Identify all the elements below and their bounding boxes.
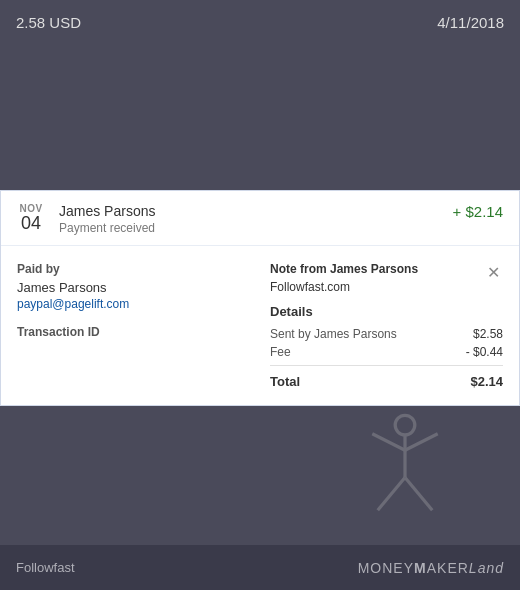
right-column: ✕ Note from James Parsons Followfast.com… <box>270 262 503 389</box>
paid-by-email: paypal@pagelift.com <box>17 297 250 311</box>
svg-point-0 <box>395 415 415 435</box>
paid-by-label: Paid by <box>17 262 250 276</box>
footer-logo: MONEYMAKERLand <box>358 560 504 576</box>
total-amount: $2.14 <box>470 374 503 389</box>
footer-brand-right: MONEYMAKERLand <box>358 560 504 576</box>
date-block: NOV 04 <box>17 203 45 234</box>
svg-line-3 <box>405 434 438 450</box>
note-website: Followfast.com <box>270 280 503 294</box>
transaction-status: Payment received <box>59 221 453 235</box>
footer-brand-left: Followfast <box>16 560 75 575</box>
fee-label: Fee <box>270 345 291 359</box>
left-column: Paid by James Parsons paypal@pagelift.co… <box>17 262 270 389</box>
fee-amount: - $0.44 <box>466 345 503 359</box>
svg-line-2 <box>372 434 405 450</box>
dark-section <box>0 45 520 190</box>
sent-label: Sent by James Parsons <box>270 327 397 341</box>
top-bar-date: 4/11/2018 <box>437 14 504 31</box>
transaction-header: NOV 04 James Parsons Payment received + … <box>1 191 519 246</box>
details-area: Paid by James Parsons paypal@pagelift.co… <box>1 246 519 389</box>
sent-amount: $2.58 <box>473 327 503 341</box>
transaction-card: NOV 04 James Parsons Payment received + … <box>0 190 520 406</box>
svg-line-4 <box>378 477 405 510</box>
svg-line-5 <box>405 477 432 510</box>
transaction-amount: + $2.14 <box>453 203 503 220</box>
transaction-info: James Parsons Payment received <box>59 203 453 235</box>
top-bar: 2.58 USD 4/11/2018 <box>0 0 520 45</box>
footer-maker: M <box>414 560 427 576</box>
paid-by-name: James Parsons <box>17 280 250 295</box>
detail-row-sent: Sent by James Parsons $2.58 <box>270 327 503 341</box>
close-button[interactable]: ✕ <box>483 262 503 282</box>
footer: Followfast MONEYMAKERLand <box>0 545 520 590</box>
watermark-figure <box>350 412 460 535</box>
footer-land: Land <box>469 560 504 576</box>
details-title: Details <box>270 304 503 319</box>
details-bottom-spacer <box>1 389 519 405</box>
total-label: Total <box>270 374 300 389</box>
detail-row-fee: Fee - $0.44 <box>270 345 503 359</box>
note-header: Note from James Parsons <box>270 262 503 276</box>
date-day: 04 <box>21 214 41 234</box>
transaction-id-label: Transaction ID <box>17 325 250 339</box>
transaction-name: James Parsons <box>59 203 453 219</box>
total-row: Total $2.14 <box>270 365 503 389</box>
top-bar-amount: 2.58 USD <box>16 14 81 31</box>
footer-money: M <box>358 560 371 576</box>
